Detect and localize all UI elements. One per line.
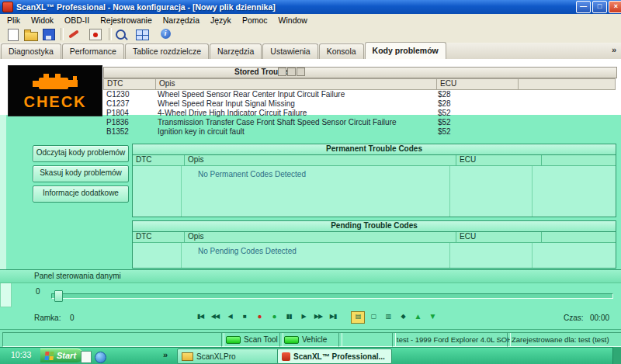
windows-logo-icon: [44, 352, 54, 360]
cell-opis: 4-Wheel Drive High Indicator Circuit Fai…: [154, 109, 435, 118]
stop-icon[interactable]: ■: [238, 311, 251, 322]
check-engine-panel: CHECK: [8, 65, 102, 116]
upload-icon[interactable]: ▲: [411, 311, 424, 322]
read-codes-button[interactable]: Odczytaj kody problemów: [33, 145, 129, 162]
cell-opis: Wheel Speed Sensor Rear Center Input Cir…: [154, 90, 435, 99]
quicklaunch-chevron-icon[interactable]: »: [163, 350, 168, 359]
menu-rejestrowanie[interactable]: Rejestrowanie: [95, 16, 158, 25]
quicklaunch-document-icon[interactable]: [81, 351, 92, 363]
window-controls: — □ ×: [576, 1, 621, 13]
save-log-icon[interactable]: ▥: [382, 311, 394, 322]
tab-performance[interactable]: Performance: [62, 43, 124, 59]
menu-obd2[interactable]: OBD-II: [59, 16, 95, 25]
tab-overflow-icon[interactable]: »: [612, 45, 616, 54]
status-vehicle: Vehicle: [279, 332, 342, 347]
minimize-button[interactable]: —: [576, 1, 591, 13]
cell-dtc: B1352: [103, 127, 154, 137]
timeline-slider-track[interactable]: [51, 293, 613, 299]
pause-icon[interactable]: ▮▮: [283, 311, 295, 322]
connect-tool-icon[interactable]: [67, 27, 81, 41]
search-icon[interactable]: [113, 27, 127, 41]
column-dtc: DTC: [104, 79, 156, 89]
close-button[interactable]: ×: [609, 1, 621, 13]
status-registered: Zarejestrowane dla: test (test): [507, 332, 621, 347]
start-button[interactable]: Start: [40, 348, 84, 362]
step-back-icon[interactable]: ◀: [224, 311, 236, 322]
quicklaunch-app-icon[interactable]: [95, 352, 106, 363]
open-log-icon[interactable]: ▤: [351, 311, 365, 324]
go-first-icon[interactable]: ▮◀: [194, 311, 206, 322]
table-row[interactable]: P1836 Transmission Transfer Case Front S…: [103, 118, 616, 127]
menu-pomoc[interactable]: Pomoc: [237, 16, 273, 25]
cell-opis: Wheel Speed Rear Input Signal Missing: [154, 99, 435, 109]
toolbar: i: [0, 26, 621, 43]
timeline-slider-handle[interactable]: [54, 290, 63, 302]
cell-dtc: P1836: [103, 118, 154, 127]
cell-ecu: $28: [435, 90, 515, 99]
stored-codes-table: DTC Opis ECU C1230 Wheel Speed Sensor Re…: [103, 78, 616, 137]
tab-diagnostyka[interactable]: Diagnostyka: [1, 43, 61, 59]
tab-ustawienia[interactable]: Ustawienia: [262, 43, 317, 59]
menu-plik[interactable]: Plik: [2, 16, 26, 25]
new-file-icon[interactable]: [6, 27, 20, 41]
additional-info-button[interactable]: Informacje dodatkowe: [33, 185, 129, 203]
taskbar-item-scanxl-professional[interactable]: ScanXL™ Professional...: [277, 348, 392, 364]
column-ecu: ECU: [456, 232, 542, 242]
pending-codes-panel: Pending Trouble Codes DTC Opis ECU No Pe…: [132, 220, 616, 269]
dashboard-grid-icon[interactable]: [135, 27, 149, 41]
table-row[interactable]: P1804 4-Wheel Drive High Indicator Circu…: [103, 109, 616, 118]
table-body: No Permanent Codes Detected: [133, 166, 616, 217]
taskbar-item-scanxlpro[interactable]: ScanXLPro: [177, 348, 283, 364]
log-file-controls: ▤ ▢ ▥ ◆ ▲ ▼: [351, 311, 439, 324]
menu-window[interactable]: Window: [273, 16, 313, 25]
record-log-icon[interactable]: [88, 27, 102, 41]
permanent-codes-panel: Permanent Trouble Codes DTC Opis ECU No …: [132, 144, 616, 217]
cell-ecu: $52: [435, 109, 515, 118]
tab-narzedzia[interactable]: Narzędzia: [210, 43, 262, 59]
menu-widok[interactable]: Widok: [26, 16, 59, 25]
play-icon[interactable]: ●: [268, 311, 280, 322]
window-title: ScanXL™ Professional - Nowa konfiguracja…: [16, 2, 573, 12]
table-row[interactable]: C1230 Wheel Speed Sensor Rear Center Inp…: [103, 90, 616, 99]
toolbar-separator: [61, 28, 64, 40]
column-opis: Opis: [185, 155, 456, 165]
scanxl-window: ScanXL™ Professional - Nowa konfiguracja…: [0, 0, 621, 364]
menu-jezyk[interactable]: Język: [205, 16, 237, 25]
column-extra: [542, 232, 616, 242]
tab-kody-problemow[interactable]: Kody problemów: [365, 42, 446, 59]
column-opis: Opis: [185, 232, 456, 242]
bookmark-icon[interactable]: ◆: [397, 311, 409, 322]
go-last-icon[interactable]: ▶▮: [327, 311, 339, 322]
transport-controls: ▮◀ ◀◀ ◀ ■ ● ● ▮▮ ▶ ▶▶ ▶▮: [194, 311, 339, 322]
record-icon[interactable]: ●: [253, 311, 265, 322]
status-scan-tool: Scan Tool: [221, 332, 283, 347]
panel-title: Pending Trouble Codes: [133, 221, 616, 232]
column-extra: [519, 79, 615, 89]
table-row[interactable]: B1352 Ignition key in circuit fault $52: [103, 127, 616, 137]
save-icon[interactable]: [42, 27, 56, 41]
fast-rewind-icon[interactable]: ◀◀: [209, 311, 221, 322]
scanxl-app-icon: [282, 352, 290, 361]
menu-narzedzia[interactable]: Narzędzia: [158, 16, 205, 25]
info-icon[interactable]: i: [158, 27, 172, 41]
cell-ecu: $52: [435, 118, 515, 127]
step-forward-icon[interactable]: ▶: [297, 311, 310, 322]
download-icon[interactable]: ▼: [426, 311, 439, 322]
fast-forward-icon[interactable]: ▶▶: [312, 311, 324, 322]
new-log-icon[interactable]: ▢: [367, 311, 380, 322]
header-artifact: [278, 68, 305, 76]
tab-tablice-rozdzielcze[interactable]: Tablice rozdzielcze: [125, 43, 209, 59]
title-bar: ScanXL™ Professional - Nowa konfiguracja…: [0, 0, 621, 14]
status-bar: Scan Tool Vehicle test - 1999 Ford Explo…: [0, 329, 621, 348]
table-row[interactable]: C1237 Wheel Speed Rear Input Signal Miss…: [103, 99, 616, 109]
slider-value-label: 0: [36, 287, 40, 296]
tab-konsola[interactable]: Konsola: [319, 43, 364, 59]
app-icon: [2, 2, 13, 12]
menu-bar: Plik Widok OBD-II Rejestrowanie Narzędzi…: [0, 14, 621, 26]
column-dtc: DTC: [133, 155, 185, 165]
maximize-button[interactable]: □: [592, 1, 607, 13]
open-folder-icon[interactable]: [24, 27, 38, 41]
table-header-row: DTC Opis ECU: [133, 232, 616, 243]
data-control-panel-bar: Panel sterowania danymi: [0, 269, 621, 283]
clear-codes-button[interactable]: Skasuj kody problemów: [33, 165, 129, 182]
